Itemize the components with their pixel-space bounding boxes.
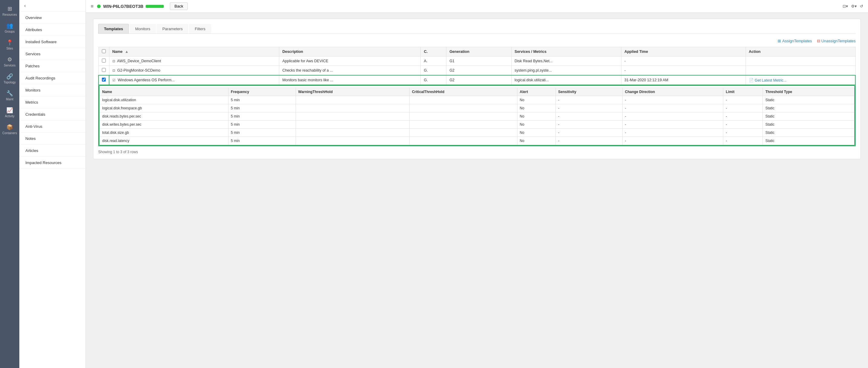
inner-threshold-type: Static — [763, 113, 855, 121]
row1-action — [746, 57, 855, 66]
sidebar-item-groups-label: Groups — [5, 30, 15, 33]
inner-sensitivity: - — [556, 104, 622, 113]
inner-table-row: disk.read.latency 5 min No - - - Static — [100, 137, 855, 145]
nav-item-patches[interactable]: Patches — [19, 60, 86, 72]
sidebar-item-topology[interactable]: 🔗 Topology — [0, 70, 19, 87]
containers-icon: 📦 — [6, 124, 13, 130]
plus-icon: ⊞ — [778, 39, 781, 43]
nav-item-monitors[interactable]: Monitors — [19, 84, 86, 96]
menu-icon[interactable]: ≡ — [91, 4, 93, 9]
table-row: ⊡ G2-PingMonitor-SCDemo Checks the reach… — [98, 66, 855, 75]
row3-generation: G2 — [446, 75, 512, 85]
row2-generation: G2 — [446, 66, 512, 75]
col-name: Name ▲ — [109, 47, 279, 57]
tabs-container: Templates Monitors Parameters Filters — [98, 24, 856, 34]
refresh-icon[interactable]: ↺ — [860, 4, 863, 8]
sidebar-item-sites[interactable]: 📍 Sites — [0, 36, 19, 53]
row1-applied-time: - — [621, 57, 746, 66]
nav-item-metrics[interactable]: Metrics — [19, 96, 86, 109]
inner-table-row: logical.disk.freespace.gb 5 min No - - -… — [100, 104, 855, 113]
inner-frequency: 5 min — [228, 104, 296, 113]
sidebar-item-services[interactable]: ⚙ Services — [0, 53, 19, 70]
row3-checkbox[interactable] — [102, 78, 106, 82]
nav-item-services[interactable]: Services — [19, 48, 86, 60]
inner-alert: No — [517, 121, 556, 129]
select-all-checkbox[interactable] — [102, 49, 106, 53]
inner-col-name: Name — [100, 88, 228, 96]
nav-item-audit-recordings[interactable]: Audit Recordings — [19, 72, 86, 84]
status-bar — [146, 5, 164, 8]
inner-sensitivity: - — [556, 121, 622, 129]
screen-icon[interactable]: ⊡▾ — [843, 4, 848, 8]
inner-alert: No — [517, 96, 556, 104]
inner-name: disk.read.latency — [100, 137, 228, 145]
inner-critical — [409, 129, 517, 137]
main-area: ≡ WIN-P6LG7BEOT3B Back ⊡▾ ⚙▾ ↺ Templates… — [86, 0, 868, 368]
row2-action — [746, 66, 855, 75]
row2-applied-time: - — [621, 66, 746, 75]
tab-monitors[interactable]: Monitors — [129, 24, 156, 34]
row1-description: Applicable for Aws DEVICE — [279, 57, 421, 66]
unassign-templates-link[interactable]: ⊟ UnassignTemplates — [817, 39, 856, 43]
tab-parameters[interactable]: Parameters — [157, 24, 188, 34]
nav-item-articles[interactable]: Articles — [19, 145, 86, 157]
inner-critical — [409, 104, 517, 113]
nav-item-installed-software[interactable]: Installed Software — [19, 36, 86, 48]
row2-checkbox[interactable] — [102, 68, 106, 72]
inner-threshold-type: Static — [763, 121, 855, 129]
nav-item-attributes[interactable]: Attributes — [19, 24, 86, 36]
back-button[interactable]: Back — [170, 2, 188, 10]
row1-name: ⊡ AWS_Device_DemoClient — [109, 57, 279, 66]
row2-description: Checks the reachability of a ... — [279, 66, 421, 75]
assign-templates-link[interactable]: ⊞ AssignTemplates — [778, 39, 812, 43]
inner-frequency: 5 min — [228, 113, 296, 121]
back-nav-button[interactable]: ‹ — [19, 0, 86, 12]
nav-item-notes[interactable]: Notes — [19, 133, 86, 145]
assign-templates-label: AssignTemplates — [782, 39, 812, 43]
sidebar-item-resources[interactable]: ⊞ Resources — [0, 2, 19, 19]
nav-item-credentials[interactable]: Credentials — [19, 109, 86, 121]
inner-change-direction: - — [622, 104, 723, 113]
minus-icon: ⊟ — [817, 39, 820, 43]
inner-frequency: 5 min — [228, 129, 296, 137]
nav-item-anti-virus[interactable]: Anti-Virus — [19, 121, 86, 133]
inner-limit: - — [723, 129, 763, 137]
inner-warning — [296, 129, 409, 137]
sidebar-item-sites-label: Sites — [6, 47, 13, 50]
expanded-section: Name Frequency WarningThreshHold Critica… — [99, 85, 855, 146]
settings-icon[interactable]: ⚙▾ — [851, 4, 857, 8]
inner-alert: No — [517, 137, 556, 145]
inner-name: disk.writes.bytes.per.sec — [100, 121, 228, 129]
inner-name: logical.disk.utilization — [100, 96, 228, 104]
inner-sensitivity: - — [556, 137, 622, 145]
action-bar: ⊞ AssignTemplates ⊟ UnassignTemplates — [98, 39, 856, 43]
sidebar-item-activity[interactable]: 📈 Activity — [0, 104, 19, 121]
table-row: ⊡ AWS_Device_DemoClient Applicable for A… — [98, 57, 855, 66]
resources-icon: ⊞ — [7, 5, 12, 12]
topbar-right: ⊡▾ ⚙▾ ↺ — [843, 4, 863, 8]
sidebar-item-containers[interactable]: 📦 Containers — [0, 121, 19, 138]
nav-sidebar: ‹ Overview Attributes Installed Software… — [19, 0, 86, 368]
inner-limit: - — [723, 137, 763, 145]
inner-sensitivity: - — [556, 129, 622, 137]
get-latest-metric-icon: 📄 — [749, 78, 754, 83]
tab-filters[interactable]: Filters — [189, 24, 211, 34]
topbar: ≡ WIN-P6LG7BEOT3B Back ⊡▾ ⚙▾ ↺ — [86, 0, 868, 13]
row1-checkbox[interactable] — [102, 59, 106, 63]
inner-change-direction: - — [622, 137, 723, 145]
nav-item-impacted-resources[interactable]: Impacted Resources — [19, 157, 86, 169]
inner-alert: No — [517, 129, 556, 137]
inner-table-row: disk.reads.bytes.per.sec 5 min No - - - … — [100, 113, 855, 121]
inner-change-direction: - — [622, 121, 723, 129]
tab-templates[interactable]: Templates — [98, 24, 129, 34]
sidebar-item-groups[interactable]: 👥 Groups — [0, 19, 19, 36]
nav-item-overview[interactable]: Overview — [19, 12, 86, 24]
sort-name-icon[interactable]: ▲ — [125, 50, 128, 54]
row3-action[interactable]: 📄 Get Latest Metric... — [746, 75, 855, 85]
inner-name: disk.reads.bytes.per.sec — [100, 113, 228, 121]
inner-col-critical: CriticalThreshHold — [409, 88, 517, 96]
inner-critical — [409, 137, 517, 145]
row3-description: Monitors basic monitors like ... — [279, 75, 421, 85]
sidebar-item-maint[interactable]: 🔧 Maint — [0, 87, 19, 104]
inner-limit: - — [723, 113, 763, 121]
